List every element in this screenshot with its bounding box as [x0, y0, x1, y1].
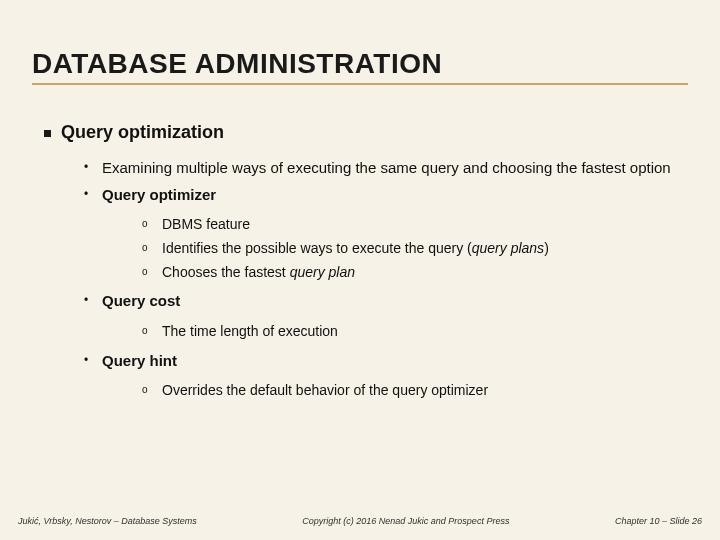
list-item: o Overrides the default behavior of the …	[142, 381, 688, 400]
footer-center: Copyright (c) 2016 Nenad Jukic and Prosp…	[302, 516, 509, 526]
slide-footer: Jukić, Vrbsky, Nestorov – Database Syste…	[18, 516, 702, 526]
circle-bullet-icon: o	[142, 322, 152, 340]
list-item: o The time length of execution	[142, 322, 688, 341]
list-item: • Examining multiple ways of executing t…	[84, 158, 688, 178]
level2-list: • Examining multiple ways of executing t…	[84, 158, 688, 399]
list-item-text: Overrides the default behavior of the qu…	[162, 381, 488, 400]
list-item: • Query optimizer	[84, 185, 688, 205]
list-item: o Identifies the possible ways to execut…	[142, 239, 688, 258]
circle-bullet-icon: o	[142, 215, 152, 233]
dot-bullet-icon: •	[84, 351, 92, 369]
circle-bullet-icon: o	[142, 263, 152, 281]
list-item: o Chooses the fastest query plan	[142, 263, 688, 282]
list-item: • Query cost	[84, 291, 688, 311]
section-heading: Query optimization	[44, 120, 688, 144]
list-item: • Query hint	[84, 351, 688, 371]
slide-content: Query optimization • Examining multiple …	[44, 120, 688, 410]
list-item-text: Chooses the fastest query plan	[162, 263, 355, 282]
footer-right: Chapter 10 – Slide 26	[615, 516, 702, 526]
dot-bullet-icon: •	[84, 185, 92, 203]
level3-list: o DBMS feature o Identifies the possible…	[142, 215, 688, 282]
level3-list: o Overrides the default behavior of the …	[142, 381, 688, 400]
list-item-text: Query hint	[102, 351, 688, 371]
square-bullet-icon	[44, 130, 51, 137]
dot-bullet-icon: •	[84, 291, 92, 309]
list-item-text: Identifies the possible ways to execute …	[162, 239, 549, 258]
list-item-text: Query optimizer	[102, 185, 688, 205]
slide-title: DATABASE ADMINISTRATION	[32, 48, 688, 85]
footer-left: Jukić, Vrbsky, Nestorov – Database Syste…	[18, 516, 197, 526]
dot-bullet-icon: •	[84, 158, 92, 176]
circle-bullet-icon: o	[142, 239, 152, 257]
level3-list: o The time length of execution	[142, 322, 688, 341]
circle-bullet-icon: o	[142, 381, 152, 399]
list-item-text: DBMS feature	[162, 215, 250, 234]
slide: DATABASE ADMINISTRATION Query optimizati…	[0, 0, 720, 540]
list-item-text: The time length of execution	[162, 322, 338, 341]
list-item-text: Examining multiple ways of executing the…	[102, 158, 688, 178]
list-item: o DBMS feature	[142, 215, 688, 234]
section-heading-text: Query optimization	[61, 122, 224, 142]
list-item-text: Query cost	[102, 291, 688, 311]
